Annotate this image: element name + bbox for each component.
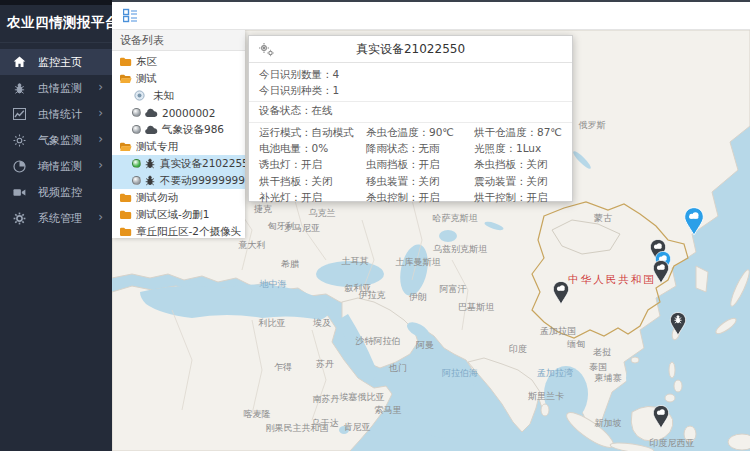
folder-icon bbox=[119, 56, 132, 67]
tree-item-label: 真实设备21022550 bbox=[160, 157, 245, 171]
cogs-icon[interactable] bbox=[258, 42, 274, 57]
sidebar-item-home[interactable]: 监控主页 bbox=[0, 49, 112, 75]
chevron-right-icon: › bbox=[98, 80, 103, 94]
tree-item-bug-device[interactable]: 真实设备21022550 bbox=[112, 155, 245, 172]
gear-icon bbox=[13, 212, 26, 225]
sidebar-item-bug[interactable]: 虫情监测› bbox=[0, 75, 112, 101]
device-pin-bug[interactable] bbox=[669, 311, 687, 340]
sidebar-item-moisture[interactable]: 墒情监测› bbox=[0, 153, 112, 179]
popup-grid-cell: 杀虫挡板：关闭 bbox=[474, 156, 562, 172]
popup-grid-cell: 运行模式：自动模式 bbox=[259, 124, 366, 140]
weather-icon bbox=[13, 134, 26, 147]
sidebar-item-label: 气象监测 bbox=[38, 133, 82, 148]
popup-grid-cell: 虫雨挡板：开启 bbox=[366, 156, 474, 172]
folder-icon bbox=[119, 192, 132, 203]
tree-item-unknown[interactable]: 未知 bbox=[112, 87, 245, 104]
device-popup-title: 真实设备21022550 bbox=[356, 41, 465, 58]
popup-grid-cell: 杀虫控制：开启 bbox=[366, 189, 474, 205]
moisture-icon bbox=[13, 160, 26, 173]
tree-item-folder[interactable]: 章丘阳丘区-2个摄像头 bbox=[112, 223, 245, 240]
sidebar-item-label: 监控主页 bbox=[38, 55, 82, 70]
cloud-icon bbox=[144, 108, 158, 118]
tree-item-label: 章丘阳丘区-2个摄像头 bbox=[136, 225, 241, 239]
device-pin-cloud[interactable] bbox=[652, 259, 670, 288]
chevron-right-icon: › bbox=[98, 158, 103, 172]
tree-item-label: 测试区域-勿删1 bbox=[136, 208, 209, 222]
tree-item-label: 测试勿动 bbox=[136, 191, 178, 205]
device-pin-cloud[interactable] bbox=[652, 404, 670, 433]
sidebar: 农业四情测报平台 监控主页虫情监测›虫情统计›气象监测›墒情监测›视频监控系统管… bbox=[0, 0, 112, 451]
device-panel-title: 设备列表 bbox=[112, 30, 245, 51]
tree-item-label: 未知 bbox=[153, 89, 174, 103]
popup-summary-row: 今日识别数量：4 bbox=[259, 66, 562, 82]
folder-open-icon bbox=[119, 73, 132, 84]
sidebar-menu: 监控主页虫情监测›虫情统计›气象监测›墒情监测›视频监控系统管理› bbox=[0, 43, 112, 231]
sidebar-item-label: 墒情监测 bbox=[38, 159, 82, 174]
cloud-icon bbox=[144, 125, 158, 135]
tree-item-label: 不要动99999999 bbox=[160, 174, 245, 188]
status-dot-online bbox=[132, 159, 141, 168]
popup-grid-cell: 诱虫灯：开启 bbox=[259, 156, 366, 172]
chart-icon bbox=[13, 108, 26, 121]
tree-item-weather-device[interactable]: 气象设备986 bbox=[112, 121, 245, 138]
device-pin-cloud[interactable] bbox=[552, 280, 570, 309]
sidebar-item-weather[interactable]: 气象监测› bbox=[0, 127, 112, 153]
bug-icon bbox=[144, 157, 156, 170]
folder-icon bbox=[119, 226, 132, 237]
chevron-right-icon: › bbox=[98, 106, 103, 120]
device-tree: 东区测试未知20000002气象设备986测试专用真实设备21022550不要动… bbox=[112, 51, 245, 240]
video-icon bbox=[13, 186, 26, 199]
radio-icon bbox=[134, 90, 145, 101]
bug-icon bbox=[13, 82, 26, 95]
popup-grid-cell: 震动装置：关闭 bbox=[474, 173, 562, 189]
tree-item-bug-device[interactable]: 不要动99999999 bbox=[112, 172, 245, 189]
popup-grid-cell: 杀虫仓温度：90℃ bbox=[366, 124, 474, 140]
popup-grid-cell: 补光灯：开启 bbox=[259, 189, 366, 205]
folder-open-icon bbox=[119, 141, 132, 152]
sidebar-item-label: 系统管理 bbox=[38, 211, 82, 226]
popup-grid-cell: 降雨状态：无雨 bbox=[366, 140, 474, 156]
tree-item-folder[interactable]: 测试勿动 bbox=[112, 189, 245, 206]
popup-grid-cell: 烘干挡板：关闭 bbox=[259, 173, 366, 189]
popup-grid-cell: 移虫装置：关闭 bbox=[366, 173, 474, 189]
sidebar-item-video[interactable]: 视频监控 bbox=[0, 179, 112, 205]
popup-grid-cell: 烘干仓温度：87℃ bbox=[474, 124, 562, 140]
popup-grid-cell: 电池电量：0% bbox=[259, 140, 366, 156]
sidebar-item-label: 虫情监测 bbox=[38, 81, 82, 96]
tree-item-folder[interactable]: 东区 bbox=[112, 53, 245, 70]
status-dot-offline bbox=[132, 176, 141, 185]
popup-grid-cell: 光照度：1Lux bbox=[474, 140, 562, 156]
chevron-right-icon: › bbox=[98, 210, 103, 224]
tree-item-label: 测试专用 bbox=[136, 140, 178, 154]
status-dot-offline bbox=[132, 125, 141, 134]
tree-item-weather-device[interactable]: 20000002 bbox=[112, 104, 245, 121]
sidebar-item-gear[interactable]: 系统管理› bbox=[0, 205, 112, 231]
chevron-right-icon: › bbox=[98, 132, 103, 146]
tree-item-label: 东区 bbox=[136, 55, 157, 69]
sidebar-item-chart[interactable]: 虫情统计› bbox=[0, 101, 112, 127]
device-panel: 设备列表 东区测试未知20000002气象设备986测试专用真实设备210225… bbox=[112, 30, 245, 238]
device-pin-cloud[interactable] bbox=[683, 206, 705, 240]
tree-item-folder-open[interactable]: 测试 bbox=[112, 70, 245, 87]
device-popup: 真实设备21022550 今日识别数量：4今日识别种类：1 设备状态：在线 运行… bbox=[248, 35, 573, 202]
bug-icon bbox=[144, 174, 156, 187]
popup-grid-cell: 烘干控制：开启 bbox=[474, 189, 562, 205]
status-dot-offline bbox=[132, 108, 141, 117]
tree-item-label: 气象设备986 bbox=[162, 123, 224, 137]
popup-status: 设备状态：在线 bbox=[249, 102, 572, 119]
layout-list-icon[interactable] bbox=[123, 8, 138, 23]
popup-summary-row: 今日识别种类：1 bbox=[259, 82, 562, 98]
tree-item-folder-open[interactable]: 测试专用 bbox=[112, 138, 245, 155]
home-icon bbox=[13, 56, 26, 69]
device-popup-header: 真实设备21022550 bbox=[249, 36, 572, 63]
topbar bbox=[112, 0, 750, 30]
tree-item-label: 20000002 bbox=[162, 107, 215, 119]
folder-icon bbox=[119, 209, 132, 220]
sidebar-item-label: 视频监控 bbox=[38, 185, 82, 200]
popup-summary: 今日识别数量：4今日识别种类：1 bbox=[249, 63, 572, 98]
tree-item-folder[interactable]: 测试区域-勿删1 bbox=[112, 206, 245, 223]
tree-item-label: 测试 bbox=[136, 72, 157, 86]
app-title: 农业四情测报平台 bbox=[0, 5, 112, 43]
sidebar-item-label: 虫情统计 bbox=[38, 107, 82, 122]
popup-grid: 运行模式：自动模式杀虫仓温度：90℃烘干仓温度：87℃电池电量：0%降雨状态：无… bbox=[249, 123, 572, 209]
